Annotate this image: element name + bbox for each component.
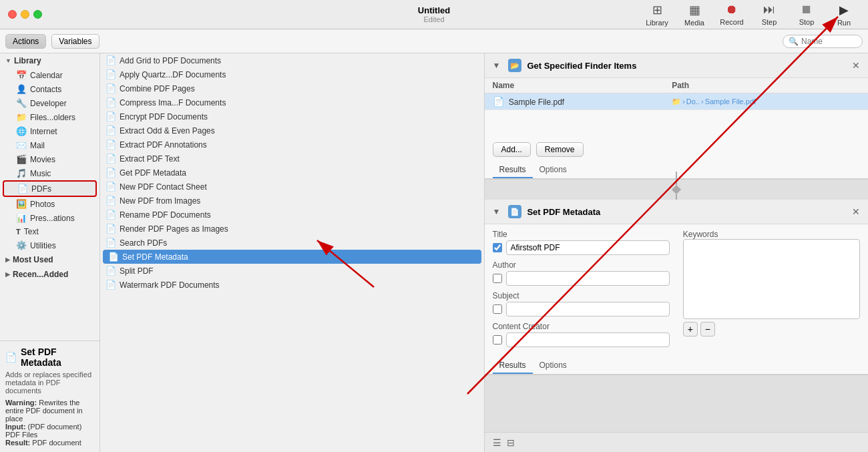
new-contact-icon: 📄 (105, 182, 116, 192)
action-extract-ann[interactable]: 📄 Extract PDF Annotations (100, 138, 484, 152)
close-window-button[interactable] (8, 10, 17, 19)
sidebar-section-library[interactable]: ▼ Library (0, 53, 99, 68)
author-checkbox[interactable] (493, 274, 502, 283)
maximize-window-button[interactable] (33, 10, 42, 19)
rename-icon: 📄 (105, 210, 116, 220)
field-content-creator: Content Creator (493, 322, 670, 347)
panel1-tab-results[interactable]: Results (493, 162, 533, 178)
pdfs-icon: 📄 (17, 184, 28, 194)
panel1-close-button[interactable]: ✕ (852, 60, 860, 71)
stop-button[interactable]: ⏹ Stop (788, 0, 825, 29)
panel2-collapse-button[interactable]: ▼ (493, 207, 501, 216)
action-combine-pdf[interactable]: 📄 Combine PDF Pages (100, 81, 484, 95)
sidebar-item-music[interactable]: 🎵 Music (3, 166, 97, 180)
sidebar-item-presentations[interactable]: 📊 Pres...ations (3, 211, 97, 225)
sidebar-item-contacts[interactable]: 👤 Contacts (3, 82, 97, 96)
action-split[interactable]: 📄 Split PDF (100, 264, 484, 278)
action-add-grid[interactable]: 📄 Add Grid to PDF Documents (100, 53, 484, 67)
panel1-collapse-button[interactable]: ▼ (493, 61, 501, 70)
action-apply-quartz[interactable]: 📄 Apply Quartz...DF Documents (100, 67, 484, 81)
sidebar-item-mail[interactable]: ✉️ Mail (3, 138, 97, 152)
search-input[interactable] (801, 37, 861, 46)
action-encrypt[interactable]: 📄 Encrypt PDF Documents (100, 109, 484, 124)
media-button[interactable]: ▦ Media (676, 0, 713, 29)
content-creator-checkbox[interactable] (493, 335, 502, 345)
remove-button[interactable]: Remove (536, 142, 584, 157)
title-checkbox[interactable] (493, 243, 502, 252)
watermark-icon: 📄 (105, 280, 116, 290)
author-input[interactable] (506, 271, 670, 286)
pdf-actions-list: 📄 Add Grid to PDF Documents 📄 Apply Quar… (100, 53, 485, 452)
grid-icon[interactable]: ⊟ (507, 437, 515, 448)
subject-checkbox[interactable] (493, 304, 502, 314)
action-set-meta[interactable]: 📄 Set PDF Metadata (103, 250, 481, 264)
sidebar-item-calendar[interactable]: 📅 Calendar (3, 68, 97, 82)
panel1-tab-options[interactable]: Options (533, 162, 574, 178)
metadata-right-col: Keywords + − (683, 230, 860, 353)
library-button[interactable]: ⊞ Library (638, 0, 676, 29)
record-button[interactable]: ⏺ Record (713, 0, 750, 29)
sidebar-item-developer[interactable]: 🔧 Developer (3, 96, 97, 110)
connector-diamond (672, 185, 681, 194)
action-search[interactable]: 📄 Search PDFs (100, 236, 484, 250)
table-col-path: Path (664, 78, 868, 93)
library-icon: ⊞ (652, 3, 662, 17)
panel2-title: Set PDF Metadata (527, 207, 847, 217)
variables-button[interactable]: Variables (51, 34, 99, 49)
panel2-close-button[interactable]: ✕ (852, 206, 860, 217)
sidebar-item-files[interactable]: 📁 Files...olders (3, 110, 97, 124)
list-icon[interactable]: ☰ (493, 437, 501, 448)
action-new-images[interactable]: 📄 New PDF from Images (100, 194, 484, 208)
remove-keyword-button[interactable]: − (700, 322, 715, 336)
sidebar-item-pdfs[interactable]: 📄 PDFs (3, 180, 97, 197)
table-col-name: Name (485, 78, 664, 93)
panel1-title: Get Specified Finder Items (527, 61, 847, 71)
field-title: Title (493, 230, 670, 255)
panel2-tab-results[interactable]: Results (493, 358, 533, 374)
file-name-cell: 📄 Sample File.pdf (485, 93, 664, 110)
table-row[interactable]: 📄 Sample File.pdf 📁 › Do.. › Sample File… (485, 93, 869, 110)
sidebar-item-internet[interactable]: 🌐 Internet (3, 124, 97, 138)
content-creator-label: Content Creator (493, 322, 670, 331)
files-icon: 📁 (16, 112, 27, 122)
action-new-contact[interactable]: 📄 New PDF Contact Sheet (100, 180, 484, 194)
sidebar-item-photos[interactable]: 🖼️ Photos (3, 197, 97, 211)
action-render[interactable]: 📄 Render PDF Pages as Images (100, 222, 484, 236)
file-path-cell: 📁 › Do.. › Sample File.pdf (664, 93, 868, 110)
sidebar-item-movies[interactable]: 🎬 Movies (3, 152, 97, 166)
split-icon: 📄 (105, 266, 116, 276)
action-rename[interactable]: 📄 Rename PDF Documents (100, 208, 484, 222)
sidebar-section-recently-added[interactable]: ▶ Recen...Added (0, 267, 99, 282)
search-icon: 🔍 (789, 37, 799, 46)
field-author: Author (493, 260, 670, 286)
action-get-meta[interactable]: 📄 Get PDF Metadata (100, 166, 484, 180)
minimize-window-button[interactable] (21, 10, 29, 19)
add-button[interactable]: Add... (493, 142, 531, 157)
panel2-tab-options[interactable]: Options (533, 358, 574, 374)
action-watermark[interactable]: 📄 Watermark PDF Documents (100, 278, 484, 292)
title-input[interactable] (506, 240, 670, 255)
extract-ann-icon: 📄 (105, 140, 116, 150)
connector-line-top (676, 172, 677, 185)
sidebar-section-most-used[interactable]: ▶ Most Used (0, 252, 99, 267)
author-label: Author (493, 260, 670, 270)
add-keyword-button[interactable]: + (683, 322, 698, 336)
sidebar-item-text[interactable]: T Text (3, 225, 97, 238)
traffic-lights (0, 10, 50, 19)
mail-icon: ✉️ (16, 140, 27, 150)
subject-input[interactable] (506, 302, 670, 316)
chevron-right-icon: ▶ (5, 256, 10, 263)
action-extract-odd[interactable]: 📄 Extract Odd & Even Pages (100, 124, 484, 138)
content-creator-input[interactable] (506, 332, 670, 347)
search-pdf-icon: 📄 (105, 238, 116, 248)
step-button[interactable]: ⏭ Step (750, 0, 788, 29)
finder-items-table: Name Path 📄 Sample File.pdf (485, 78, 869, 110)
action-extract-text[interactable]: 📄 Extract PDF Text (100, 152, 484, 166)
actions-button[interactable]: Actions (5, 34, 46, 49)
run-button[interactable]: ▶ Run (825, 0, 863, 29)
action-compress[interactable]: 📄 Compress Ima...F Documents (100, 95, 484, 109)
connector (485, 180, 869, 200)
sidebar-item-utilities[interactable]: ⚙️ Utilities (3, 238, 97, 252)
bottom-bar: ☰ ⊟ (485, 432, 869, 452)
panel1-header: ▼ 📂 Get Specified Finder Items ✕ (485, 53, 869, 78)
